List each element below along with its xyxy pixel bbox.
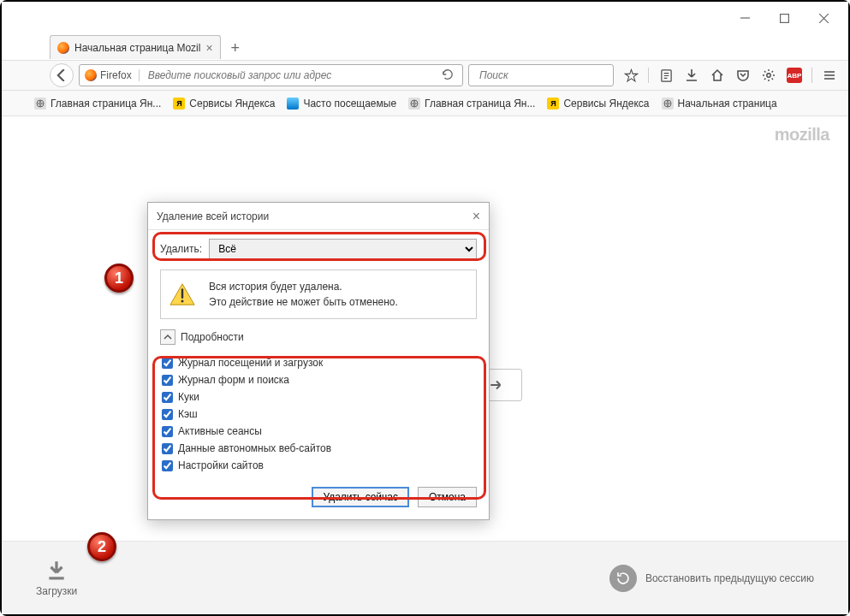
reload-button[interactable]: [438, 68, 457, 83]
search-input[interactable]: [479, 69, 609, 81]
bookmark-label: Главная страница Ян...: [51, 98, 161, 110]
details-toggle-button[interactable]: [160, 329, 175, 345]
delete-now-button[interactable]: Удалить сейчас: [312, 487, 408, 507]
checkbox-input[interactable]: [162, 392, 173, 403]
checkbox-label: Куки: [178, 391, 199, 403]
globe-favicon-icon: [34, 98, 46, 110]
page-content: mozilla Удаление всей истории × Удалить:…: [2, 116, 848, 614]
checkbox-label: Журнал форм и поиска: [178, 374, 289, 386]
restore-icon: [609, 565, 637, 592]
checkbox-input[interactable]: [162, 443, 173, 454]
clear-history-dialog: Удаление всей истории × Удалить: Всё Вся…: [147, 202, 490, 520]
searchbar[interactable]: [468, 64, 614, 86]
history-item-checkbox[interactable]: Журнал посещений и загрузок: [162, 357, 477, 369]
svg-point-3: [767, 74, 770, 77]
bookmark-star-icon[interactable]: [619, 63, 643, 87]
history-item-checkbox[interactable]: Данные автономных веб-сайтов: [162, 442, 477, 454]
annotation-badge-1: 1: [104, 264, 134, 293]
bookmark-label: Начальная страница: [678, 98, 777, 110]
browser-window: Начальная страница Mozil × + Firefox: [0, 0, 850, 616]
menu-icon[interactable]: [817, 63, 841, 87]
yandex-favicon-icon: Я: [173, 98, 185, 110]
details-label: Подробности: [181, 331, 244, 343]
history-item-checkbox[interactable]: Кэш: [162, 408, 477, 420]
urlbar[interactable]: Firefox: [79, 64, 463, 86]
tab-title: Начальная страница Mozil: [74, 42, 200, 54]
checkbox-input[interactable]: [162, 426, 173, 437]
bookmark-label: Главная страница Ян...: [425, 98, 535, 110]
globe-favicon-icon: [662, 98, 674, 110]
bookmark-label: Сервисы Яндекса: [563, 98, 649, 110]
cancel-button[interactable]: Отмена: [418, 487, 477, 507]
checkbox-input[interactable]: [162, 358, 173, 369]
svg-point-7: [181, 299, 184, 302]
navbar: Firefox ABP: [2, 60, 848, 91]
back-button[interactable]: [50, 63, 74, 87]
identity-box: Firefox: [85, 69, 143, 81]
firefox-icon: [57, 42, 69, 54]
dialog-close-button[interactable]: ×: [473, 210, 480, 223]
abp-icon[interactable]: ABP: [782, 63, 806, 87]
restore-label: Восстановить предыдущую сессию: [645, 572, 814, 584]
maximize-button[interactable]: [764, 5, 804, 31]
home-icon[interactable]: [705, 63, 729, 87]
bookmark-item[interactable]: ЯСервисы Яндекса: [547, 98, 649, 110]
warning-icon: [169, 282, 195, 306]
history-item-checkbox[interactable]: Куки: [162, 391, 477, 403]
history-item-checkbox[interactable]: Настройки сайтов: [162, 459, 477, 471]
toolbar-icons: ABP: [619, 63, 841, 87]
warning-line-1: Вся история будет удалена.: [209, 279, 398, 294]
homepage-footer: Загрузки Восстановить предыдущую сессию: [2, 541, 848, 614]
checkbox-label: Журнал посещений и загрузок: [178, 357, 323, 369]
dialog-title: Удаление всей истории: [157, 210, 269, 222]
reader-icon[interactable]: [654, 63, 678, 87]
checkbox-label: Настройки сайтов: [178, 459, 264, 471]
download-arrow-icon: [45, 559, 68, 583]
checkbox-input[interactable]: [162, 409, 173, 420]
dialog-titlebar: Удаление всей истории ×: [148, 203, 489, 230]
annotation-badge-2: 2: [87, 532, 116, 561]
bookmark-label: Часто посещаемые: [303, 98, 396, 110]
bookmark-label: Сервисы Яндекса: [189, 98, 275, 110]
downloads-tile[interactable]: Загрузки: [36, 559, 77, 597]
checklist: Журнал посещений и загрузокЖурнал форм и…: [160, 352, 477, 473]
minimize-button[interactable]: [725, 5, 764, 31]
identity-label: Firefox: [100, 69, 132, 81]
bookmark-item[interactable]: Начальная страница: [662, 98, 777, 110]
history-item-checkbox[interactable]: Активные сеансы: [162, 425, 477, 437]
time-range-select[interactable]: Всё: [209, 239, 477, 259]
restore-session-tile[interactable]: Восстановить предыдущую сессию: [609, 565, 814, 592]
downloads-icon[interactable]: [680, 63, 704, 87]
warning-box: Вся история будет удалена. Это действие …: [160, 270, 477, 319]
tabbar: Начальная страница Mozil × +: [2, 34, 848, 60]
new-tab-button[interactable]: +: [224, 37, 247, 59]
bookmarks-bar: Главная страница Ян...ЯСервисы ЯндексаЧа…: [2, 91, 848, 116]
tab[interactable]: Начальная страница Mozil ×: [50, 35, 221, 59]
bookmark-item[interactable]: ЯСервисы Яндекса: [173, 98, 275, 110]
close-window-button[interactable]: [804, 5, 843, 31]
yandex-favicon-icon: Я: [547, 98, 559, 110]
checkbox-input[interactable]: [162, 460, 173, 471]
checkbox-label: Активные сеансы: [178, 425, 262, 437]
delete-label: Удалить:: [160, 243, 202, 255]
url-input[interactable]: [148, 69, 433, 81]
warning-line-2: Это действие не может быть отменено.: [209, 294, 398, 310]
checkbox-label: Данные автономных веб-сайтов: [178, 442, 331, 454]
svg-rect-0: [780, 14, 788, 22]
history-item-checkbox[interactable]: Журнал форм и поиска: [162, 374, 477, 386]
bookmark-item[interactable]: Часто посещаемые: [287, 98, 396, 110]
gear-icon[interactable]: [757, 63, 781, 87]
mozilla-logo: mozilla: [775, 125, 829, 145]
checkbox-label: Кэш: [178, 408, 198, 420]
pocket-icon[interactable]: [731, 63, 755, 87]
globe-favicon-icon: [408, 98, 420, 110]
firefox-icon: [85, 69, 97, 81]
downloads-label: Загрузки: [36, 585, 77, 597]
moz-favicon-icon: [287, 98, 299, 110]
bookmark-item[interactable]: Главная страница Ян...: [34, 98, 161, 110]
checkbox-input[interactable]: [162, 375, 173, 386]
titlebar: [2, 2, 848, 34]
bookmark-item[interactable]: Главная страница Ян...: [408, 98, 535, 110]
tab-close-button[interactable]: ×: [205, 42, 212, 54]
